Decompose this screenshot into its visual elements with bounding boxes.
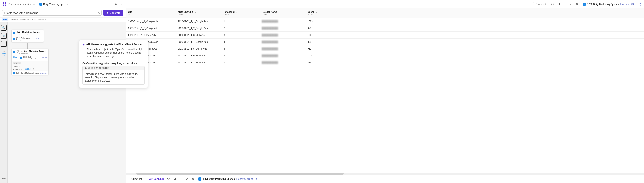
node2-properties-btn[interactable]: Properties (...) <box>40 56 47 60</box>
table-row: 2020-01-01_1_1_Google Ads2020-01-01_1_1_… <box>126 18 644 25</box>
aip-sparkle-icon: ✦ <box>146 178 148 180</box>
table-cell: ██████████ <box>260 59 305 66</box>
suggestion-title: AIP Generate suggests the Filter Object … <box>86 43 144 46</box>
bottom-expand-icon[interactable]: ⤢ <box>185 176 189 182</box>
table-cell: ██████████ <box>260 52 305 59</box>
table-cell: ██████████ <box>260 18 305 24</box>
table-cell: 2020-01-01_1_1_Google Ads <box>126 18 176 24</box>
performing-text: Performing next actions on: <box>8 3 36 5</box>
dataset-chip[interactable]: ≡ Daily Marketing Spends ▾ <box>38 2 71 6</box>
bottom-object-set-btn[interactable]: Object set <box>129 177 144 181</box>
table-cell: 1085 <box>305 18 336 24</box>
topbar-right: ⊗ ⤢ <box>114 1 124 7</box>
show-data-btn[interactable]: 📋 Show data <box>0 50 8 56</box>
node1-subtitle: Filter object set <box>16 33 40 35</box>
expand-icon[interactable]: ⤢ <box>120 1 124 7</box>
assumption-header: NUMBER RANGE FILTER <box>82 66 144 70</box>
table-cell: 2 <box>221 25 260 31</box>
bottom-properties-link[interactable]: Properties (10 of 10) <box>236 178 257 180</box>
table-count-area: ≡ 8,752 Daily Marketing Spends Propertie… <box>582 3 641 6</box>
suggestion-sparkle-icon: ✦ <box>82 43 85 46</box>
assumption-body: This will add a new filter for Spend wit… <box>82 70 144 84</box>
node1-title: Daily Marketing Spends <box>16 31 40 33</box>
table-cell: 3 <box>221 32 260 38</box>
table-scrollbar[interactable] <box>126 173 644 175</box>
table-cell: ██████████ <box>260 38 305 45</box>
zoom-in-icon[interactable]: 🔍 <box>1 25 7 31</box>
search-bar-container: ✕ ✦ Generate <box>0 8 126 17</box>
search-input-wrapper: ✕ <box>2 10 102 16</box>
bottom-more-icon[interactable]: ··· <box>179 177 183 181</box>
table-cell: 5 <box>221 45 260 52</box>
table-cell: 895 <box>305 38 336 45</box>
aip-configure-area: ✦ AIP Configure <box>146 178 164 180</box>
object-set-button[interactable]: Object set <box>533 2 548 6</box>
dataset-chip-icon: ≡ <box>40 3 42 5</box>
monitor-icon[interactable]: 🖥 <box>556 2 561 7</box>
table-cell: 1006 <box>305 32 336 38</box>
filter-value: 1172.08 <box>25 68 32 70</box>
search-input[interactable] <box>4 11 98 14</box>
settings-icon[interactable]: ⚙ <box>550 1 554 7</box>
bottom-close-icon[interactable]: ✕ <box>191 176 195 182</box>
table-cell: 2020-01-01_1_1_Google Ads <box>176 18 221 24</box>
node2-filter-section: WHERE Spend is greater than ▾ 1172.08 ✕ <box>12 61 48 71</box>
th-spend: Spend ▾ Number <box>305 8 336 18</box>
bottom-spreadsheet-icon: ≡ <box>198 178 202 181</box>
table-row: 2020-01-01_1_3_Meta Ads2020-01-01_1_3_Me… <box>126 32 644 38</box>
th-retailer-id-type: String <box>224 13 257 15</box>
generate-button[interactable]: ✦ Generate <box>103 10 124 16</box>
filter-field: Spend <box>13 65 18 67</box>
table-cell: 2020-01-01_1_2_Google Ads <box>176 25 221 31</box>
node2-show-data-btn[interactable]: Show data <box>13 56 19 60</box>
sort-icon-0[interactable]: ▾ <box>134 11 135 13</box>
generate-label: Generate <box>110 11 120 14</box>
close-table-icon[interactable]: ✕ <box>575 1 579 7</box>
more-options-icon[interactable]: ··· <box>563 2 567 6</box>
expand-table-icon[interactable]: ⤢ <box>569 1 573 7</box>
close-circle-icon[interactable]: ⊗ <box>114 1 118 7</box>
node-filtered-marketing-spends: ≡ Filtered Daily Marketing Spends Filter… <box>12 49 49 75</box>
svg-rect-1 <box>5 2 6 4</box>
node1-count-row: ≡ 8,752 Daily Marketing Spends Export se… <box>12 36 44 42</box>
assumption-italic: "high spend" <box>95 76 109 79</box>
assumption-box: NUMBER RANGE FILTER This will add a new … <box>82 66 144 85</box>
node-daily-marketing-spends: ≡ Daily Marketing Spends Filter object s… <box>12 29 44 42</box>
table-cell: 1025 <box>305 52 336 59</box>
table-properties-link[interactable]: Properties (10 of 10) <box>620 3 641 5</box>
scrollbar-thumb[interactable] <box>136 173 343 175</box>
th-retailer-name: Retailer Name ▾ String <box>260 8 305 18</box>
bottom-settings-icon[interactable]: ⚙ <box>166 176 170 182</box>
th-mktg-id-label: Mktg Spend Id ▾ <box>178 11 219 13</box>
spreadsheet-icon: ≡ <box>582 3 586 6</box>
sort-icon-3[interactable]: ▾ <box>278 11 280 13</box>
table-row: 2020-01-01_1_2_Google Ads2020-01-01_1_2_… <box>126 25 644 32</box>
th-d-id-label: d Id ▾ <box>128 11 173 13</box>
filter-action-btns: ✕ <box>32 68 34 70</box>
node2-icon: ≡ <box>13 51 16 53</box>
suggestion-body: Filter the input object set by 'Spend' t… <box>79 48 148 60</box>
clear-icon[interactable]: ✕ <box>98 11 100 15</box>
table-cell: 951 <box>305 45 336 52</box>
th-spend-type: Number <box>308 13 333 15</box>
table-row: 2020-01-01_1_4_Google Ads2020-01-01_1_4_… <box>126 38 644 45</box>
bottom-count-area: ≡ 4,376 Daily Marketing Spends Propertie… <box>198 178 257 181</box>
th-mktg-id-type: String <box>178 13 219 15</box>
th-d-id-type: String <box>128 13 173 15</box>
table-cell: 4 <box>221 38 260 45</box>
table-cell: 2020-01-01_1_3_Meta Ads <box>126 32 176 38</box>
crosshair-icon[interactable]: ✛ <box>1 41 7 47</box>
node2-export-btn[interactable]: Export set <box>40 72 47 74</box>
beta-badge: Beta <box>2 18 8 21</box>
sort-icon-2[interactable]: ▾ <box>236 11 237 13</box>
sort-icon-1[interactable]: ▾ <box>195 11 196 13</box>
suggestion-card: ✦ AIP Generate suggests the Filter Objec… <box>79 40 148 88</box>
table-cell: ██████████ <box>260 32 305 38</box>
aip-configure-btn[interactable]: AIP Configure <box>149 178 164 180</box>
beta-description: Only supported cards can be generated <box>10 18 46 21</box>
node2-bottom-icon: ≡ <box>13 72 16 74</box>
bottom-monitor-icon[interactable]: 🖥 <box>172 177 177 182</box>
sort-icon-4[interactable]: ▾ <box>316 11 317 13</box>
zoom-out-icon[interactable]: 🔎 <box>1 33 7 39</box>
node1-export-btn[interactable]: Export set <box>36 37 42 41</box>
